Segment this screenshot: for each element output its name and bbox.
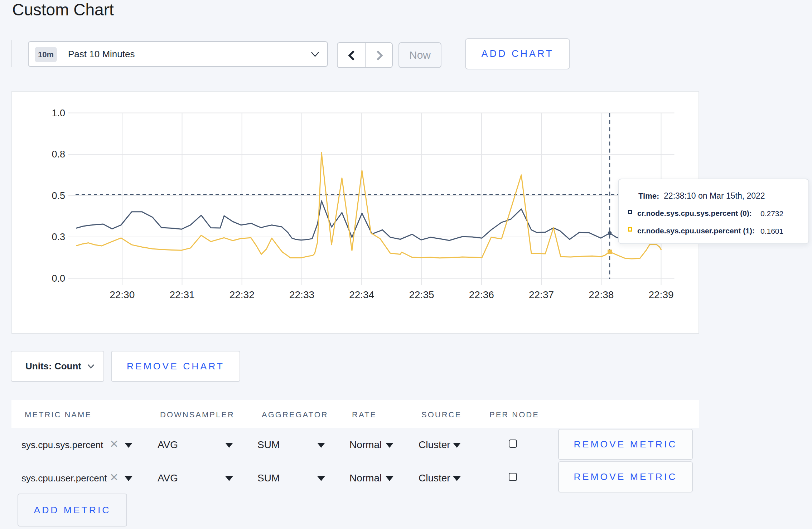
svg-text:22:36: 22:36 (469, 289, 494, 300)
svg-text:22:37: 22:37 (529, 289, 554, 300)
svg-text:22:30: 22:30 (110, 289, 135, 300)
svg-text:0.8: 0.8 (52, 149, 65, 160)
svg-text:22:38: 22:38 (589, 289, 614, 300)
svg-text:1.0: 1.0 (52, 108, 65, 118)
svg-text:22:39: 22:39 (648, 289, 673, 300)
svg-text:22:31: 22:31 (169, 289, 194, 300)
svg-text:22:34: 22:34 (349, 289, 374, 300)
svg-text:0.0: 0.0 (52, 273, 65, 284)
svg-text:22:35: 22:35 (409, 289, 434, 300)
svg-text:0.5: 0.5 (52, 190, 65, 201)
svg-text:0.3: 0.3 (52, 232, 65, 242)
svg-text:22:33: 22:33 (289, 289, 314, 300)
svg-text:22:32: 22:32 (229, 289, 255, 300)
